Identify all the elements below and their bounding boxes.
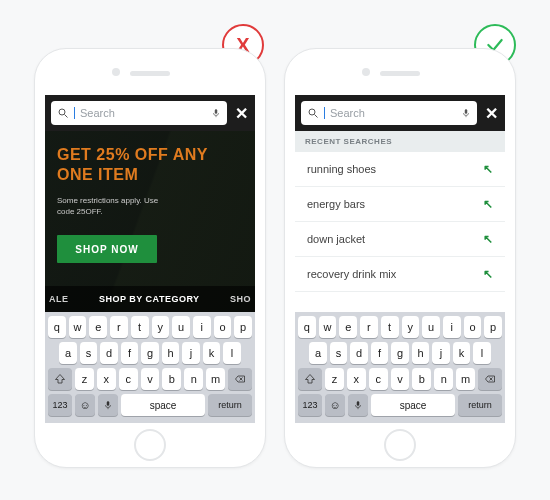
key-o[interactable]: o — [214, 316, 232, 338]
key-z[interactable]: z — [75, 368, 94, 390]
key-u[interactable]: u — [422, 316, 440, 338]
key-g[interactable]: g — [391, 342, 409, 364]
key-y[interactable]: y — [402, 316, 420, 338]
mic-icon[interactable] — [211, 107, 221, 119]
space-key[interactable]: space — [371, 394, 455, 416]
key-t[interactable]: t — [131, 316, 149, 338]
recent-search-label: energy bars — [307, 198, 365, 210]
key-q[interactable]: q — [48, 316, 66, 338]
category-tab-right[interactable]: SHO — [230, 294, 251, 304]
key-i[interactable]: i — [193, 316, 211, 338]
key-a[interactable]: a — [309, 342, 327, 364]
key-t[interactable]: t — [381, 316, 399, 338]
insert-arrow-icon[interactable]: ↖ — [483, 197, 493, 211]
key-e[interactable]: e — [89, 316, 107, 338]
key-l[interactable]: l — [223, 342, 241, 364]
insert-arrow-icon[interactable]: ↖ — [483, 232, 493, 246]
shift-icon — [304, 373, 316, 385]
close-search-button[interactable]: ✕ — [483, 104, 499, 123]
shop-now-button[interactable]: SHOP NOW — [57, 235, 157, 263]
key-x[interactable]: x — [97, 368, 116, 390]
home-button[interactable] — [134, 429, 166, 461]
key-k[interactable]: k — [203, 342, 221, 364]
recent-search-label: running shoes — [307, 163, 376, 175]
key-b[interactable]: b — [412, 368, 431, 390]
key-o[interactable]: o — [464, 316, 482, 338]
key-w[interactable]: w — [69, 316, 87, 338]
recent-searches-panel: RECENT SEARCHES running shoes↖energy bar… — [295, 131, 505, 312]
dictation-key[interactable] — [348, 394, 368, 416]
key-h[interactable]: h — [162, 342, 180, 364]
key-p[interactable]: p — [234, 316, 252, 338]
key-i[interactable]: i — [443, 316, 461, 338]
insert-arrow-icon[interactable]: ↖ — [483, 267, 493, 281]
key-c[interactable]: c — [119, 368, 138, 390]
key-j[interactable]: j — [432, 342, 450, 364]
key-v[interactable]: v — [141, 368, 160, 390]
search-input[interactable]: Search — [301, 101, 477, 125]
shift-key[interactable] — [298, 368, 322, 390]
space-key[interactable]: space — [121, 394, 205, 416]
key-r[interactable]: r — [360, 316, 378, 338]
key-x[interactable]: x — [347, 368, 366, 390]
key-y[interactable]: y — [152, 316, 170, 338]
recent-search-item[interactable]: down jacket↖ — [295, 222, 505, 257]
insert-arrow-icon[interactable]: ↖ — [483, 162, 493, 176]
key-q[interactable]: q — [298, 316, 316, 338]
dictation-key[interactable] — [98, 394, 118, 416]
home-button[interactable] — [384, 429, 416, 461]
recent-search-item[interactable]: energy bars↖ — [295, 187, 505, 222]
phone-speaker — [380, 71, 420, 76]
search-icon — [307, 107, 319, 119]
numbers-key[interactable]: 123 — [298, 394, 322, 416]
search-input[interactable]: Search — [51, 101, 227, 125]
key-j[interactable]: j — [182, 342, 200, 364]
emoji-key[interactable]: ☺ — [325, 394, 345, 416]
key-s[interactable]: s — [330, 342, 348, 364]
return-key[interactable]: return — [458, 394, 502, 416]
key-r[interactable]: r — [110, 316, 128, 338]
svg-rect-10 — [465, 109, 468, 114]
numbers-key[interactable]: 123 — [48, 394, 72, 416]
emoji-key[interactable]: ☺ — [75, 394, 95, 416]
key-e[interactable]: e — [339, 316, 357, 338]
backspace-key[interactable] — [478, 368, 502, 390]
backspace-key[interactable] — [228, 368, 252, 390]
key-g[interactable]: g — [141, 342, 159, 364]
svg-rect-2 — [215, 109, 218, 114]
key-k[interactable]: k — [453, 342, 471, 364]
key-m[interactable]: m — [456, 368, 475, 390]
category-tab-left[interactable]: ALE — [49, 294, 69, 304]
key-z[interactable]: z — [325, 368, 344, 390]
key-d[interactable]: d — [350, 342, 368, 364]
key-d[interactable]: d — [100, 342, 118, 364]
key-l[interactable]: l — [473, 342, 491, 364]
key-n[interactable]: n — [184, 368, 203, 390]
return-key[interactable]: return — [208, 394, 252, 416]
key-f[interactable]: f — [371, 342, 389, 364]
shift-key[interactable] — [48, 368, 72, 390]
key-c[interactable]: c — [369, 368, 388, 390]
svg-line-9 — [315, 115, 318, 118]
key-u[interactable]: u — [172, 316, 190, 338]
key-n[interactable]: n — [434, 368, 453, 390]
shift-icon — [54, 373, 66, 385]
key-w[interactable]: w — [319, 316, 337, 338]
key-a[interactable]: a — [59, 342, 77, 364]
key-f[interactable]: f — [121, 342, 139, 364]
key-b[interactable]: b — [162, 368, 181, 390]
search-bar-container: Search ✕ — [45, 95, 255, 131]
category-tab-active[interactable]: SHOP BY CATEGORY — [99, 294, 200, 304]
close-search-button[interactable]: ✕ — [233, 104, 249, 123]
mic-icon — [103, 399, 113, 411]
phone-camera — [362, 68, 370, 76]
recent-search-item[interactable]: recovery drink mix↖ — [295, 257, 505, 292]
recent-search-item[interactable]: running shoes↖ — [295, 152, 505, 187]
key-s[interactable]: s — [80, 342, 98, 364]
key-v[interactable]: v — [391, 368, 410, 390]
key-m[interactable]: m — [206, 368, 225, 390]
key-h[interactable]: h — [412, 342, 430, 364]
svg-line-1 — [65, 115, 68, 118]
key-p[interactable]: p — [484, 316, 502, 338]
mic-icon[interactable] — [461, 107, 471, 119]
